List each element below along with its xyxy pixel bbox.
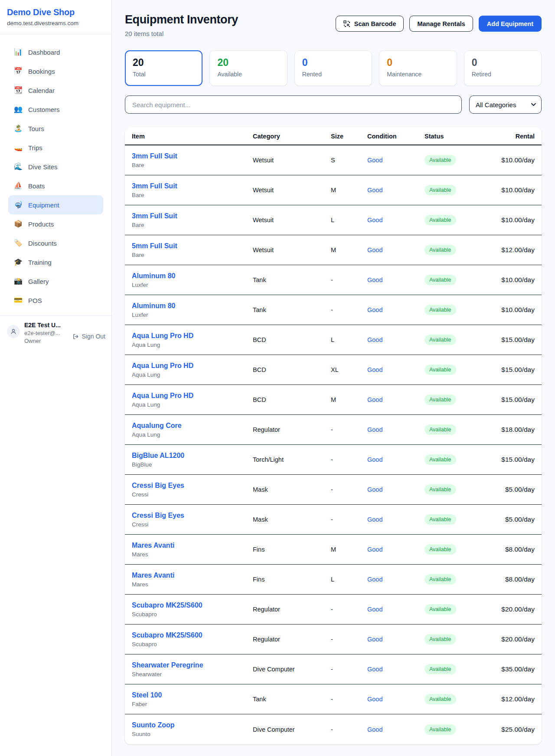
sidebar-item[interactable]: 🎓 Training	[8, 253, 103, 272]
item-link[interactable]: 3mm Full Suit	[132, 182, 177, 190]
item-link[interactable]: Scubapro MK25/S600	[132, 602, 202, 609]
manage-rentals-label: Manage Rentals	[417, 20, 465, 27]
condition-link[interactable]: Good	[367, 666, 382, 673]
size-cell: -	[331, 666, 367, 673]
status-cell: Available	[424, 514, 490, 525]
table-row: Aqua Lung Pro HD Aqua Lung BCD L Good Av…	[125, 325, 542, 355]
sidebar-item[interactable]: 👥 Customers	[8, 100, 103, 119]
condition-link[interactable]: Good	[367, 546, 382, 553]
item-link[interactable]: 5mm Full Suit	[132, 242, 177, 250]
item-link[interactable]: Aqua Lung Pro HD	[132, 362, 193, 370]
item-link[interactable]: 3mm Full Suit	[132, 152, 177, 160]
condition-link[interactable]: Good	[367, 366, 382, 373]
stat-card[interactable]: 20 Available	[209, 50, 287, 86]
item-link[interactable]: Cressi Big Eyes	[132, 482, 184, 490]
condition-link[interactable]: Good	[367, 306, 382, 313]
sidebar-item[interactable]: 📊 Dashboard	[8, 43, 103, 62]
item-link[interactable]: Scubapro MK25/S600	[132, 631, 202, 639]
rental-cell: $20.00/day	[490, 635, 535, 643]
condition-cell: Good	[367, 396, 424, 403]
table-row: 3mm Full Suit Bare Wetsuit L Good Availa…	[125, 205, 542, 235]
item-cell: Suunto Zoop Suunto	[132, 721, 253, 737]
condition-link[interactable]: Good	[367, 426, 382, 433]
item-link[interactable]: Aqua Lung Pro HD	[132, 332, 193, 340]
item-link[interactable]: Mares Avanti	[132, 542, 174, 549]
item-link[interactable]: Cressi Big Eyes	[132, 512, 184, 519]
sign-out-button[interactable]: Sign Out	[72, 329, 105, 344]
condition-link[interactable]: Good	[367, 187, 382, 194]
category-select[interactable]: All Categories	[469, 95, 542, 114]
sidebar-item[interactable]: 🏝️ Tours	[8, 119, 103, 138]
condition-link[interactable]: Good	[367, 576, 382, 583]
item-link[interactable]: Mares Avanti	[132, 572, 174, 579]
stat-card[interactable]: 0 Retired	[464, 50, 542, 86]
stat-card[interactable]: 0 Maintenance	[379, 50, 457, 86]
column-header-rental: Rental	[490, 133, 535, 140]
item-brand: Mares	[132, 581, 253, 588]
stat-card[interactable]: 0 Rented	[294, 50, 372, 86]
item-cell: 3mm Full Suit Bare	[132, 182, 253, 198]
condition-link[interactable]: Good	[367, 336, 382, 343]
table-row: Scubapro MK25/S600 Scubapro Regulator - …	[125, 595, 542, 625]
condition-link[interactable]: Good	[367, 217, 382, 224]
item-link[interactable]: Aqualung Core	[132, 422, 182, 430]
sidebar-item[interactable]: 📸 Gallery	[8, 272, 103, 291]
category-cell: Dive Computer	[253, 666, 331, 673]
rental-cell: $8.00/day	[490, 575, 535, 583]
item-link[interactable]: Aluminum 80	[132, 302, 175, 310]
sidebar-item[interactable]: ⛵ Boats	[8, 176, 103, 195]
sidebar-item[interactable]: 🏷️ Discounts	[8, 233, 103, 253]
logout-icon	[72, 333, 79, 340]
sidebar-item-icon: 📸	[14, 278, 23, 285]
condition-cell: Good	[367, 636, 424, 643]
sidebar-item[interactable]: 🚤 Trips	[8, 138, 103, 157]
status-badge: Available	[424, 454, 456, 465]
item-link[interactable]: BigBlue AL1200	[132, 452, 184, 460]
stat-value: 0	[387, 57, 449, 69]
condition-link[interactable]: Good	[367, 396, 382, 403]
sidebar-item[interactable]: 📅 Bookings	[8, 62, 103, 81]
manage-rentals-button[interactable]: Manage Rentals	[409, 16, 473, 32]
size-cell: S	[331, 157, 367, 164]
item-link[interactable]: Aqua Lung Pro HD	[132, 392, 193, 400]
status-cell: Available	[424, 245, 490, 255]
scan-barcode-button[interactable]: Scan Barcode	[336, 16, 404, 32]
add-equipment-button[interactable]: Add Equipment	[479, 16, 542, 32]
condition-link[interactable]: Good	[367, 157, 382, 164]
search-input[interactable]	[125, 95, 462, 114]
condition-link[interactable]: Good	[367, 276, 382, 283]
condition-link[interactable]: Good	[367, 247, 382, 253]
condition-link[interactable]: Good	[367, 696, 382, 703]
sidebar-item-label: Dive Sites	[28, 163, 58, 171]
rental-cell: $15.00/day	[490, 396, 535, 404]
item-cell: 3mm Full Suit Bare	[132, 212, 253, 228]
status-cell: Available	[424, 454, 490, 465]
condition-link[interactable]: Good	[367, 516, 382, 523]
sidebar-item-icon: 🚤	[14, 144, 23, 151]
status-badge: Available	[424, 185, 456, 195]
sidebar-item[interactable]: 💳 POS	[8, 291, 103, 310]
table-row: Aqua Lung Pro HD Aqua Lung BCD M Good Av…	[125, 385, 542, 415]
condition-link[interactable]: Good	[367, 486, 382, 493]
stat-label: Available	[217, 71, 279, 78]
sidebar-item[interactable]: 📆 Calendar	[8, 81, 103, 100]
item-link[interactable]: Aluminum 80	[132, 272, 175, 280]
sidebar-item[interactable]: 🌊 Dive Sites	[8, 157, 103, 176]
item-link[interactable]: Suunto Zoop	[132, 721, 175, 729]
item-link[interactable]: Steel 100	[132, 691, 162, 699]
table-row: Shearwater Peregrine Shearwater Dive Com…	[125, 654, 542, 684]
item-link[interactable]: Shearwater Peregrine	[132, 661, 203, 669]
condition-link[interactable]: Good	[367, 636, 382, 643]
brand-block: Demo Dive Shop demo.test.divestreams.com	[0, 0, 111, 34]
item-link[interactable]: 3mm Full Suit	[132, 212, 177, 220]
sidebar-item[interactable]: 🤿 Equipment	[8, 195, 103, 214]
condition-link[interactable]: Good	[367, 456, 382, 463]
status-cell: Available	[424, 544, 490, 555]
sidebar-item[interactable]: 📦 Products	[8, 214, 103, 233]
stat-card[interactable]: 20 Total	[125, 50, 202, 86]
sidebar-item-icon: 💳	[14, 297, 23, 304]
condition-link[interactable]: Good	[367, 726, 382, 733]
item-brand: Luxfer	[132, 282, 253, 288]
condition-link[interactable]: Good	[367, 606, 382, 613]
item-brand: Scubapro	[132, 641, 253, 648]
